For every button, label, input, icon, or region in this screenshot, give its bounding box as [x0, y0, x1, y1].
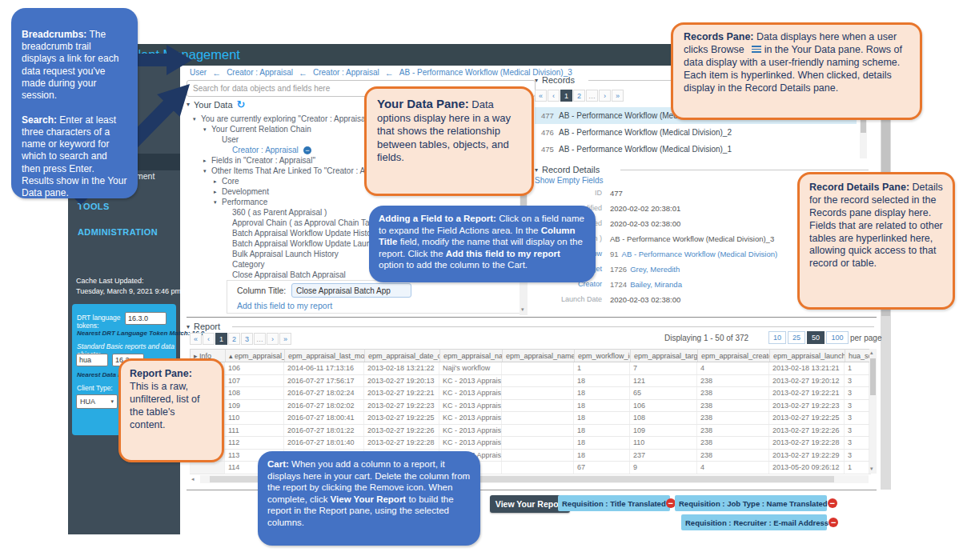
callout-records-pane: Records Pane: Data displays here when a … — [671, 22, 922, 120]
callout-title: View Your Report — [331, 494, 407, 504]
callout-title: Record Details Pane: — [809, 182, 909, 193]
browse-icon — [752, 46, 761, 53]
callout-adding-field: Adding a Field to a Report: Click on a f… — [369, 206, 596, 282]
callout-title: Records Pane: — [684, 31, 754, 42]
callout-text: Enter at least three characters of a nam… — [22, 114, 126, 198]
callout-text: option to add the column to the Cart. — [379, 260, 528, 270]
callout-title: Search: — [22, 114, 57, 126]
callout-report-pane: Report Pane: This is a raw, unfiltered, … — [118, 358, 224, 462]
callout-record-details-pane: Record Details Pane: Details for the rec… — [797, 172, 955, 310]
callout-title: Add this field to my report — [446, 249, 560, 258]
callout-text: Details for the record selected in the R… — [809, 182, 943, 269]
callout-title: Report Pane: — [130, 368, 192, 379]
callout-text: This is a raw, unfiltered, list of the t… — [130, 381, 200, 430]
callout-title: Adding a Field to a Report: — [379, 214, 496, 223]
callout-breadcrumbs: Breadcrumbs: The breadcrumb trail displa… — [11, 8, 138, 198]
callout-title: Your Data Pane: — [377, 97, 469, 110]
callout-title: Cart: — [267, 459, 289, 469]
callout-cart: Cart: When you add a column to a report,… — [258, 451, 480, 546]
callout-title: Breadcrumbs: — [22, 29, 86, 40]
callout-your-data-pane: Your Data Pane: Data options display her… — [364, 86, 534, 196]
screenshot-canvas: Talent Management ment TOOLS ADMINISTRAT… — [0, 0, 959, 560]
